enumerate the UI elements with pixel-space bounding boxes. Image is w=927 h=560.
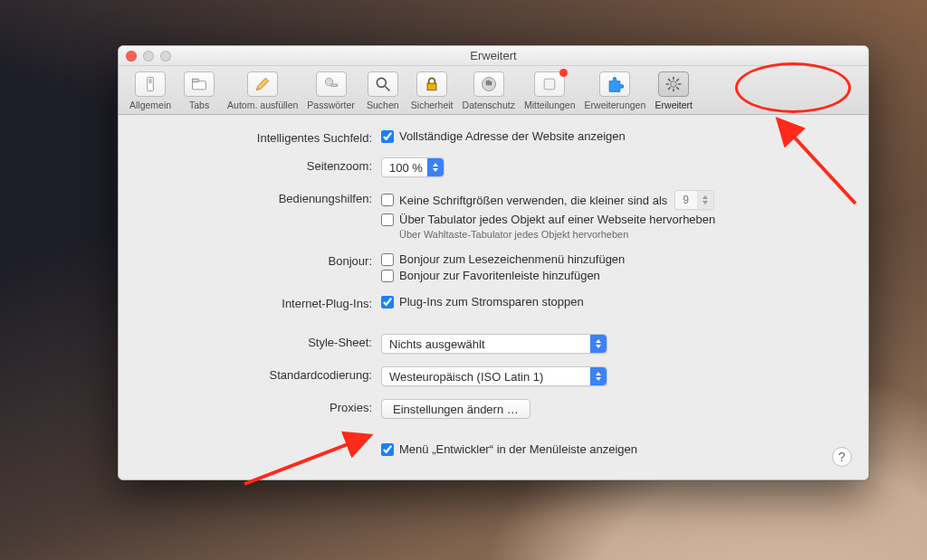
help-button[interactable]: ? — [832, 447, 852, 467]
close-button[interactable] — [126, 51, 137, 62]
notification-icon — [540, 75, 559, 93]
advanced-pane: Intelligentes Suchfeld: Vollständige Adr… — [119, 115, 868, 479]
notification-badge — [559, 69, 568, 77]
label-stylesheet: Style-Sheet: — [146, 334, 381, 349]
row-accessibility: Bedienungshilfen: Keine Schriftgrößen ve… — [146, 190, 841, 240]
window-controls — [126, 51, 171, 62]
checkbox-show-full-url[interactable]: Vollständige Adresse der Website anzeige… — [381, 129, 626, 143]
svg-rect-3 — [193, 79, 199, 81]
checkbox-bonjour-bookmarks[interactable]: Bonjour zum Lesezeichenmenü hinzufügen — [381, 252, 625, 266]
tabs-icon — [190, 75, 208, 93]
button-change-proxy-settings[interactable]: Einstellungen ändern … — [381, 399, 530, 419]
tab-general[interactable]: Allgemein — [126, 70, 175, 112]
tab-extensions[interactable]: Erweiterungen — [581, 70, 650, 112]
svg-line-17 — [677, 87, 680, 90]
key-icon — [322, 75, 340, 93]
puzzle-icon — [606, 75, 624, 93]
svg-rect-8 — [427, 83, 436, 90]
label-encoding: Standardcodierung: — [146, 366, 381, 382]
window-title: Erweitert — [470, 49, 516, 62]
label-smart-search: Intelligentes Suchfeld: — [146, 129, 381, 145]
checkbox-stop-plugins-powersave-input[interactable] — [381, 296, 394, 308]
chevron-updown-icon — [590, 367, 607, 385]
label-accessibility: Bedienungshilfen: — [146, 190, 381, 205]
checkbox-tab-highlight[interactable]: Über Tabulator jedes Objekt auf einer We… — [381, 213, 715, 226]
checkbox-bonjour-favorites[interactable]: Bonjour zur Favoritenleiste hinzufügen — [381, 269, 600, 282]
popup-encoding[interactable]: Westeuropäisch (ISO Latin 1) — [381, 366, 607, 386]
preferences-window: Erweitert Allgemein Tabs Autom. ausfülle… — [118, 45, 869, 480]
row-plugins: Internet-Plug-Ins: Plug-Ins zum Stromspa… — [146, 295, 841, 310]
checkbox-bonjour-favorites-input[interactable] — [381, 270, 394, 282]
checkbox-bonjour-bookmarks-input[interactable] — [381, 253, 394, 266]
checkbox-show-developer-menu[interactable]: Menü „Entwickler“ in der Menüleiste anze… — [381, 442, 637, 456]
svg-rect-10 — [544, 79, 555, 90]
checkbox-show-developer-menu-input[interactable] — [381, 443, 394, 456]
svg-rect-2 — [193, 81, 206, 90]
checkbox-min-font-size-input[interactable] — [381, 194, 394, 206]
zoom-button[interactable] — [160, 51, 171, 62]
gear-icon — [664, 75, 683, 93]
hint-option-tab: Über Wahltaste-Tabulator jedes Objekt he… — [399, 229, 628, 240]
checkbox-stop-plugins-powersave[interactable]: Plug-Ins zum Stromsparen stoppen — [381, 295, 584, 308]
tab-tabs[interactable]: Tabs — [177, 70, 222, 112]
popup-min-font-size: 9 — [674, 190, 714, 210]
label-bonjour: Bonjour: — [146, 252, 381, 268]
row-proxies: Proxies: Einstellungen ändern … — [146, 399, 841, 419]
chevron-updown-icon — [590, 335, 607, 353]
svg-point-6 — [377, 78, 386, 87]
chevron-updown-icon — [427, 158, 444, 176]
popup-stylesheet[interactable]: Nichts ausgewählt — [381, 334, 607, 354]
svg-rect-5 — [331, 84, 338, 87]
label-page-zoom: Seitenzoom: — [146, 157, 381, 173]
row-stylesheet: Style-Sheet: Nichts ausgewählt — [146, 334, 841, 354]
hand-icon — [480, 75, 498, 93]
row-smart-search: Intelligentes Suchfeld: Vollständige Adr… — [146, 129, 841, 145]
svg-line-19 — [677, 79, 680, 81]
chevron-updown-icon — [697, 191, 713, 209]
row-developer-menu: Menü „Entwickler“ in der Menüleiste anze… — [146, 442, 841, 456]
svg-point-9 — [482, 78, 495, 91]
svg-line-16 — [668, 79, 671, 81]
switch-icon — [141, 75, 159, 93]
tab-autofill[interactable]: Autom. ausfüllen — [224, 70, 301, 112]
svg-line-7 — [385, 87, 389, 91]
popup-page-zoom[interactable]: 100 % — [381, 157, 444, 177]
row-page-zoom: Seitenzoom: 100 % — [146, 157, 841, 177]
tab-security[interactable]: Sicherheit — [407, 70, 457, 112]
row-bonjour: Bonjour: Bonjour zum Lesezeichenmenü hin… — [146, 252, 841, 282]
svg-point-11 — [671, 81, 677, 88]
row-encoding: Standardcodierung: Westeuropäisch (ISO L… — [146, 366, 841, 386]
search-icon — [374, 75, 392, 93]
label-plugins: Internet-Plug-Ins: — [146, 295, 381, 310]
lock-icon — [423, 75, 441, 93]
tab-privacy[interactable]: Datenschutz — [459, 70, 519, 112]
minimize-button[interactable] — [143, 51, 154, 62]
checkbox-show-full-url-input[interactable] — [381, 130, 394, 143]
tab-search[interactable]: Suchen — [360, 70, 406, 112]
pencil-icon — [253, 75, 272, 93]
checkbox-tab-highlight-input[interactable] — [381, 214, 394, 226]
tab-passwords[interactable]: Passwörter — [303, 70, 358, 112]
tab-advanced[interactable]: Erweitert — [651, 70, 696, 112]
preferences-toolbar: Allgemein Tabs Autom. ausfüllen Passwört… — [119, 66, 868, 115]
titlebar: Erweitert — [119, 46, 868, 66]
label-proxies: Proxies: — [146, 399, 381, 414]
svg-line-18 — [668, 87, 671, 90]
checkbox-min-font-size[interactable]: Keine Schriftgrößen verwenden, die klein… — [381, 194, 667, 207]
tab-notifications[interactable]: Mitteilungen — [521, 70, 579, 112]
svg-rect-1 — [148, 79, 151, 83]
